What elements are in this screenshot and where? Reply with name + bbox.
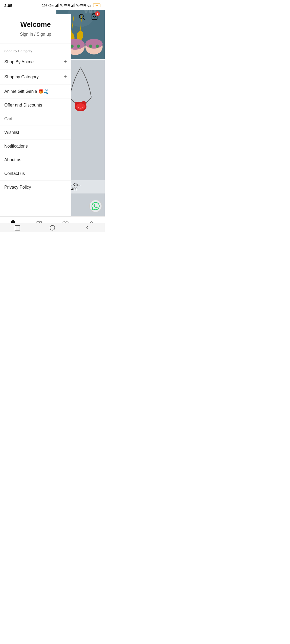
sidebar-item-about-us[interactable]: About us	[0, 153, 71, 167]
header-icons: 1	[77, 12, 100, 21]
network-speed: 0.00 KB/s	[42, 4, 54, 7]
status-icons: 0.00 KB/s Vo WiFi Vo WiFi 56	[42, 3, 100, 7]
system-nav-recents[interactable]	[15, 225, 20, 230]
status-time: 2:05	[4, 3, 12, 8]
svg-rect-7	[74, 3, 75, 7]
status-bar: 2:05 0.00 KB/s Vo WiFi Vo WiFi 56	[0, 0, 105, 10]
privacy-policy-label: Privacy Policy	[4, 185, 31, 189]
svg-rect-0	[55, 6, 56, 7]
vo-wifi-1: Vo WiFi	[60, 4, 70, 7]
contact-us-label: Contact us	[4, 171, 25, 176]
wifi-icon	[87, 3, 92, 7]
offers-label: Offer and Discounts	[4, 103, 42, 107]
battery-indicator: 56	[93, 3, 100, 7]
sidebar-item-contact-us[interactable]: Contact us	[0, 167, 71, 181]
sidebar-item-anime-gift-genie[interactable]: Anime Gift Genie 🎁🌊	[0, 85, 71, 98]
shop-by-category-label: Shop by Category	[0, 46, 71, 54]
whatsapp-icon	[92, 202, 100, 210]
vo-wifi-2: Vo WiFi	[76, 4, 86, 7]
svg-point-28	[76, 103, 85, 110]
notifications-label: Notifications	[4, 144, 28, 148]
signal-icon-1	[55, 3, 59, 7]
system-navigation-bar	[0, 223, 105, 232]
svg-point-21	[89, 45, 92, 48]
sidebar-item-shop-by-anime[interactable]: Shop By Anime +	[0, 54, 71, 69]
about-us-label: About us	[4, 158, 21, 162]
svg-line-30	[83, 18, 85, 20]
shop-by-category-menu-label: Shop by Category	[4, 75, 39, 79]
svg-point-20	[85, 39, 103, 49]
search-icon	[78, 13, 85, 20]
sidebar-item-wishlist[interactable]: Wishlist	[0, 126, 71, 140]
expand-icon-anime: +	[64, 59, 67, 65]
svg-point-18	[77, 45, 80, 48]
sidebar-item-offers[interactable]: Offer and Discounts	[0, 98, 71, 112]
sign-in-link[interactable]: Sign in / Sign up	[5, 32, 66, 37]
system-nav-back[interactable]	[85, 225, 90, 231]
sidebar-item-cart[interactable]: Cart	[0, 112, 71, 126]
svg-rect-3	[58, 3, 59, 7]
system-nav-home[interactable]	[50, 225, 55, 230]
wishlist-label: Wishlist	[4, 130, 19, 135]
svg-rect-5	[72, 5, 73, 7]
sidebar-item-shop-by-category[interactable]: Shop by Category +	[0, 69, 71, 85]
signal-icon-2	[71, 3, 75, 7]
whatsapp-button[interactable]	[89, 200, 102, 213]
expand-icon-category: +	[64, 74, 67, 80]
cart-label: Cart	[4, 116, 12, 121]
svg-rect-6	[73, 4, 74, 7]
header: 1	[0, 10, 105, 24]
sidebar-drawer: Welcome Sign in / Sign up Shop by Catego…	[0, 14, 71, 216]
divider-1	[0, 43, 71, 43]
sidebar-item-privacy-policy[interactable]: Privacy Policy	[0, 181, 71, 194]
shop-by-anime-label: Shop By Anime	[4, 60, 34, 64]
cart-badge: 1	[95, 11, 100, 16]
svg-rect-1	[56, 5, 57, 7]
search-button[interactable]	[77, 12, 86, 21]
cart-button[interactable]: 1	[90, 12, 99, 21]
svg-rect-4	[71, 6, 72, 7]
sidebar-item-notifications[interactable]: Notifications	[0, 140, 71, 153]
svg-rect-2	[57, 4, 58, 7]
anime-gift-genie-label: Anime Gift Genie 🎁🌊	[4, 89, 49, 94]
svg-point-22	[96, 45, 99, 48]
